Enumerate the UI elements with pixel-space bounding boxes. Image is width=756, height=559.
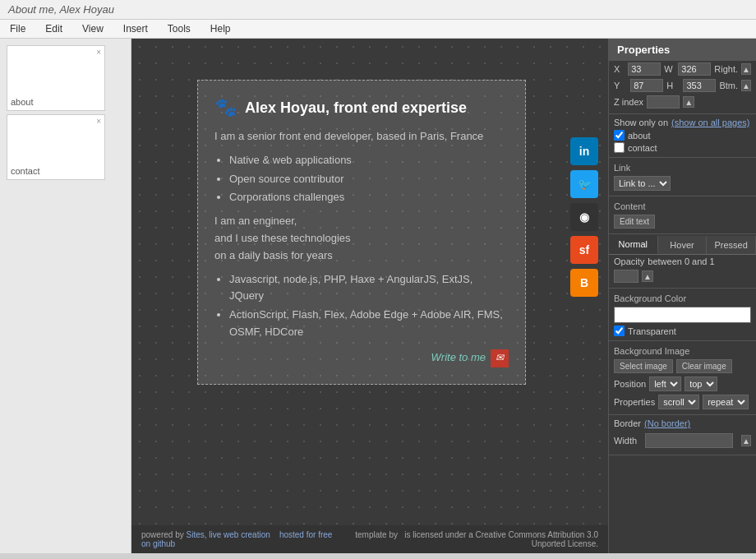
checkbox-contact-row: contact bbox=[609, 141, 756, 154]
link-select[interactable]: Link to ... bbox=[614, 176, 671, 191]
zindex-label: Z index bbox=[614, 97, 643, 107]
opacity-label-row: Opacity between 0 and 1 bbox=[609, 255, 756, 268]
h-input[interactable] bbox=[683, 79, 716, 92]
right-spin-up[interactable]: ▲ bbox=[741, 63, 751, 75]
content-card[interactable]: 🐾 Alex Hoyau, front end expertise I am a… bbox=[197, 80, 526, 385]
position-v-select[interactable]: top bbox=[685, 377, 717, 391]
border-width-input[interactable] bbox=[645, 433, 733, 448]
list-1-item-0: Native & web applications bbox=[229, 152, 509, 169]
link-select-row: Link to ... bbox=[609, 174, 756, 192]
menu-tools[interactable]: Tools bbox=[158, 20, 201, 38]
color-swatch[interactable] bbox=[614, 307, 751, 323]
blogger-button[interactable]: B bbox=[570, 269, 598, 297]
zindex-input[interactable] bbox=[647, 95, 680, 109]
opacity-spin-up[interactable]: ▲ bbox=[642, 270, 653, 282]
bottom-label: Btm. bbox=[719, 81, 738, 90]
social-icons: in 🐦 ◉ sf B bbox=[570, 137, 598, 297]
github-button[interactable]: ◉ bbox=[570, 203, 598, 231]
checkbox-about-row: about bbox=[609, 129, 756, 141]
props-label: Properties bbox=[614, 397, 655, 407]
state-tabs: Normal Hover Pressed bbox=[609, 236, 756, 255]
main-layout: × about × contact 🐾 Alex Hoyau, front en… bbox=[0, 39, 756, 553]
opacity-label: Opacity bbox=[614, 256, 644, 266]
zindex-spin-up[interactable]: ▲ bbox=[683, 96, 694, 108]
page-thumb-about[interactable]: × about bbox=[7, 45, 105, 111]
menu-file[interactable]: File bbox=[0, 20, 35, 38]
list-2: Javascript, node.js, PHP, Haxe + Angular… bbox=[229, 271, 509, 341]
close-about-icon[interactable]: × bbox=[96, 48, 101, 57]
canvas-area: 🐾 Alex Hoyau, front end expertise I am a… bbox=[131, 39, 608, 553]
engineer-text: I am an engineer,and I use these technol… bbox=[214, 213, 509, 264]
bottom-spin-up[interactable]: ▲ bbox=[741, 80, 751, 91]
show-all-pages-link[interactable]: (show on all pages) bbox=[671, 118, 749, 127]
email-icon[interactable]: ✉ bbox=[491, 349, 509, 367]
checkbox-about-label: about bbox=[628, 131, 651, 141]
no-border-text[interactable]: (No border) bbox=[644, 418, 690, 428]
footer-template-text: template by bbox=[355, 530, 398, 539]
app-title: About me, Alex Hoyau bbox=[8, 3, 114, 16]
position-h-select[interactable]: left bbox=[649, 377, 681, 391]
linkedin-button[interactable]: in bbox=[570, 137, 598, 165]
transparent-row: Transparent bbox=[609, 325, 756, 337]
width-row: Width ▲ bbox=[609, 430, 756, 451]
checkbox-contact[interactable] bbox=[614, 142, 625, 153]
menu-view[interactable]: View bbox=[72, 20, 113, 38]
panel-header: Properties bbox=[609, 39, 756, 61]
opacity-section: Opacity between 0 and 1 ▲ bbox=[609, 255, 756, 289]
clear-image-button[interactable]: Clear image bbox=[676, 359, 732, 373]
card-title: Alex Hoyau, front end expertise bbox=[245, 99, 467, 117]
list-1: Native & web applications Open source co… bbox=[229, 152, 509, 206]
transparent-checkbox[interactable] bbox=[614, 326, 625, 336]
checkbox-about[interactable] bbox=[614, 130, 625, 141]
list-2-item-1: ActionScript, Flash, Flex, Adobe Edge + … bbox=[229, 307, 509, 341]
list-1-item-1: Open source contributor bbox=[229, 171, 509, 188]
w-input[interactable] bbox=[678, 62, 711, 76]
card-body: I am a senior front end developer, based… bbox=[214, 128, 509, 367]
select-image-button[interactable]: Select image bbox=[614, 359, 673, 373]
menu-edit[interactable]: Edit bbox=[35, 20, 72, 38]
edit-text-button[interactable]: Edit text bbox=[614, 215, 655, 229]
link-section: Link Link to ... bbox=[609, 159, 756, 196]
x-input[interactable] bbox=[628, 62, 661, 76]
properties-panel: Properties X W Right. ▲ Y H Btm. ▲ Z ind… bbox=[608, 39, 756, 553]
border-label: Border bbox=[614, 418, 641, 428]
page-about-label: about bbox=[11, 97, 34, 107]
title-bar: About me, Alex Hoyau bbox=[0, 0, 756, 20]
page-thumb-contact[interactable]: × contact bbox=[7, 114, 105, 180]
border-section: Border (No border) Width ▲ bbox=[609, 417, 756, 455]
position-section: X W Right. ▲ Y H Btm. ▲ Z index ▲ bbox=[609, 61, 756, 114]
opacity-input[interactable] bbox=[614, 270, 638, 283]
xy-row: X W Right. ▲ bbox=[609, 61, 756, 77]
opacity-between: between 0 and 1 bbox=[648, 256, 714, 266]
y-label: Y bbox=[614, 81, 627, 90]
write-to-me-row[interactable]: Write to me ✉ bbox=[214, 349, 509, 367]
twitter-button[interactable]: 🐦 bbox=[570, 170, 598, 198]
paw-icon: 🐾 bbox=[214, 97, 237, 118]
tab-pressed[interactable]: Pressed bbox=[707, 236, 756, 254]
position-label: Position bbox=[614, 379, 646, 389]
right-label: Right. bbox=[714, 64, 738, 74]
width-label: Width bbox=[614, 436, 637, 446]
sourceforge-button[interactable]: sf bbox=[570, 236, 598, 264]
width-spin-up[interactable]: ▲ bbox=[741, 435, 751, 446]
footer-left: powered by Sites, live web creation host… bbox=[141, 530, 334, 548]
sidebar: × about × contact bbox=[0, 39, 131, 553]
tab-normal[interactable]: Normal bbox=[609, 236, 658, 254]
tab-hover[interactable]: Hover bbox=[658, 236, 708, 254]
link-label: Link bbox=[609, 159, 756, 174]
checkbox-contact-label: contact bbox=[628, 143, 657, 153]
menu-help[interactable]: Help bbox=[201, 20, 241, 38]
scroll-select[interactable]: scroll bbox=[658, 395, 699, 409]
yw-row: Y H Btm. ▲ bbox=[609, 77, 756, 94]
repeat-select[interactable]: repeat bbox=[703, 395, 749, 409]
opacity-input-row: ▲ bbox=[609, 268, 756, 284]
y-input[interactable] bbox=[630, 79, 663, 92]
powered-by-link[interactable]: Sites, live web creation bbox=[186, 530, 270, 539]
bg-image-label: Background Image bbox=[609, 343, 756, 358]
position-row: Position left top bbox=[609, 375, 756, 393]
close-contact-icon[interactable]: × bbox=[96, 117, 101, 126]
footer-right: template by is licensed under a Creative… bbox=[334, 530, 598, 548]
border-label-row: Border (No border) bbox=[609, 417, 756, 430]
menu-insert[interactable]: Insert bbox=[113, 20, 158, 38]
footer-license-text: is licensed under a Creative Commons Att… bbox=[404, 530, 598, 548]
